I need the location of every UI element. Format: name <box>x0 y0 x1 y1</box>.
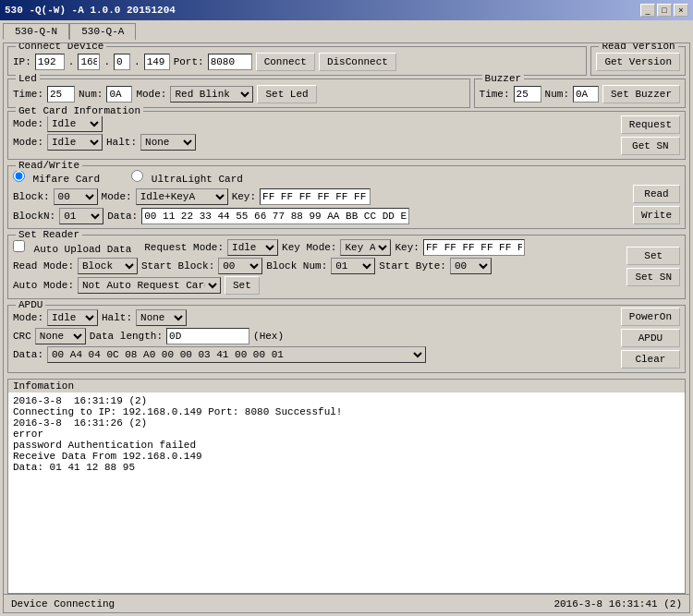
status-left: Device Connecting <box>11 598 115 610</box>
ultralight-radio[interactable] <box>131 170 143 182</box>
set-reader-key-input[interactable] <box>423 239 525 256</box>
auto-mode-set-button[interactable]: Set <box>225 276 260 295</box>
get-sn-button[interactable]: Get SN <box>621 137 680 155</box>
status-right: 2016-3-8 16:31:41 (2) <box>553 598 682 610</box>
led-mode-label: Mode: <box>136 89 166 100</box>
start-byte-label: Start Byte: <box>379 260 446 272</box>
rw-block-label: Block: <box>13 191 50 202</box>
write-button[interactable]: Write <box>633 206 680 224</box>
buzzer-time-input[interactable] <box>514 86 541 103</box>
rw-key-label: Key: <box>232 191 256 202</box>
ultralight-radio-label: UltraLight Card <box>131 170 243 185</box>
apdu-halt-label: Halt: <box>102 312 132 323</box>
start-block-select[interactable]: 0001 <box>218 258 262 274</box>
ip-octet2[interactable] <box>78 54 100 70</box>
buzzer-title: Buzzer <box>482 73 525 84</box>
get-version-button[interactable]: Get Version <box>596 53 680 71</box>
data-length-input[interactable] <box>166 328 249 344</box>
tab-bar: 530-Q-N 530-Q-A <box>3 23 690 40</box>
apdu-button[interactable]: APDU <box>621 329 680 347</box>
buzzer-num-label: Num: <box>545 89 569 100</box>
read-mode-select[interactable]: BlockSector <box>78 258 138 274</box>
window-title: 530 -Q(-W) -A 1.0.0 20151204 <box>5 5 176 16</box>
led-mode-select[interactable]: Red Blink Green Blink Off <box>170 86 253 103</box>
auto-mode-select[interactable]: Not Auto Request CardAuto Request Card <box>78 277 221 294</box>
apdu-title: APDU <box>16 299 45 310</box>
rw-blockn-select[interactable]: 010203 <box>59 208 103 224</box>
port-input[interactable] <box>208 54 252 70</box>
apdu-halt-select[interactable]: NoneHalt <box>136 309 187 326</box>
led-num-input[interactable] <box>106 86 132 103</box>
status-bar: Device Connecting 2016-3-8 16:31:41 (2) <box>4 594 689 612</box>
apdu-data-label: Data: <box>13 349 43 360</box>
led-title: Led <box>16 73 40 84</box>
set-buzzer-button[interactable]: Set Buzzer <box>602 85 680 103</box>
tab-530-q-a[interactable]: 530-Q-A <box>69 23 136 40</box>
card-mode2-label: Mode: <box>13 137 43 148</box>
start-block-label: Start Block: <box>141 260 214 272</box>
mifare-radio-label: Mifare Card <box>13 170 100 185</box>
buzzer-section: Buzzer Time: Num: Set Buzzer <box>474 79 686 108</box>
request-mode-select[interactable]: IdleAuto <box>227 239 278 256</box>
key-mode-select[interactable]: Key AKey B <box>340 239 391 256</box>
buzzer-num-input[interactable] <box>573 86 599 103</box>
data-length-label: Data length: <box>90 331 163 342</box>
read-button[interactable]: Read <box>633 185 680 203</box>
tab-530-q-n[interactable]: 530-Q-N <box>3 23 69 40</box>
rw-block-select[interactable]: 000102 <box>54 188 98 205</box>
hex-label: (Hex) <box>253 331 284 342</box>
card-halt-label: Halt: <box>106 137 137 148</box>
card-mode2-select[interactable]: IdleRequestAuto <box>47 134 103 151</box>
request-mode-label: Request Mode: <box>144 242 224 253</box>
apdu-data-select[interactable]: 00 A4 04 0C 08 A0 00 00 03 41 00 00 01 <box>47 346 426 363</box>
ip-dot3: . <box>134 56 140 67</box>
ip-octet4[interactable] <box>144 54 170 70</box>
port-label: Port: <box>174 56 204 67</box>
ip-octet1[interactable] <box>35 54 65 70</box>
power-on-button[interactable]: PowerOn <box>621 308 680 326</box>
maximize-button[interactable]: □ <box>657 4 672 17</box>
request-button[interactable]: Request <box>621 115 680 134</box>
ip-label: IP: <box>13 56 31 67</box>
apdu-mode-label: Mode: <box>13 312 43 323</box>
auto-upload-text: Auto Upload Data <box>34 244 132 255</box>
ultralight-label: UltraLight Card <box>152 174 243 185</box>
card-mode1-select[interactable]: IdleRequestAuto <box>47 115 103 132</box>
rw-mode-select[interactable]: Idle+KeyAIdle+KeyBAuto+KeyA <box>136 188 228 205</box>
clear-button[interactable]: Clear <box>621 350 680 368</box>
crc-label: CRC <box>13 331 31 342</box>
disconnect-button[interactable]: DisConnect <box>319 53 396 71</box>
start-byte-select[interactable]: 00 <box>450 258 492 274</box>
main-content: 530-Q-N 530-Q-A Connect Device IP: . . . <box>0 20 693 616</box>
set-reader-set-button[interactable]: Set <box>626 247 680 265</box>
apdu-mode-select[interactable]: IdleAuto <box>47 309 98 326</box>
mifare-radio[interactable] <box>13 170 25 182</box>
read-version-section: Read Version Get Version <box>590 46 686 76</box>
close-button[interactable]: × <box>674 4 688 17</box>
apdu-section: APDU Mode: IdleAuto Halt: NoneHalt <box>7 305 686 373</box>
rw-key-input[interactable] <box>260 188 371 205</box>
crc-select[interactable]: NoneCRC <box>35 328 86 344</box>
rw-data-input[interactable] <box>141 208 409 224</box>
led-time-label: Time: <box>13 89 43 100</box>
buzzer-time-label: Time: <box>480 89 510 100</box>
minimize-button[interactable]: _ <box>640 4 655 17</box>
block-num-select[interactable]: 0102 <box>331 258 375 274</box>
ip-octet3[interactable] <box>114 54 130 70</box>
read-mode-label: Read Mode: <box>13 260 74 272</box>
read-write-section: Read/Write Mifare Card UltraLight Card B… <box>7 165 686 229</box>
get-card-section: Get Card Information Mode: IdleRequestAu… <box>7 111 686 160</box>
led-time-input[interactable] <box>47 86 75 103</box>
connect-device-title: Connect Device <box>16 43 106 52</box>
set-led-button[interactable]: Set Led <box>257 85 316 103</box>
led-num-label: Num: <box>79 89 103 100</box>
set-sn-button[interactable]: Set SN <box>626 268 680 286</box>
read-version-title: Read Version <box>599 43 677 52</box>
card-halt-select[interactable]: NoneHalt <box>140 134 196 151</box>
card-mode1-label: Mode: <box>13 118 43 129</box>
rw-blockn-label: BlockN: <box>13 211 55 222</box>
get-card-title: Get Card Information <box>16 105 143 116</box>
block-num-label: Block Num: <box>266 260 327 272</box>
auto-upload-checkbox[interactable] <box>13 240 25 252</box>
connect-button[interactable]: Connect <box>256 53 315 71</box>
